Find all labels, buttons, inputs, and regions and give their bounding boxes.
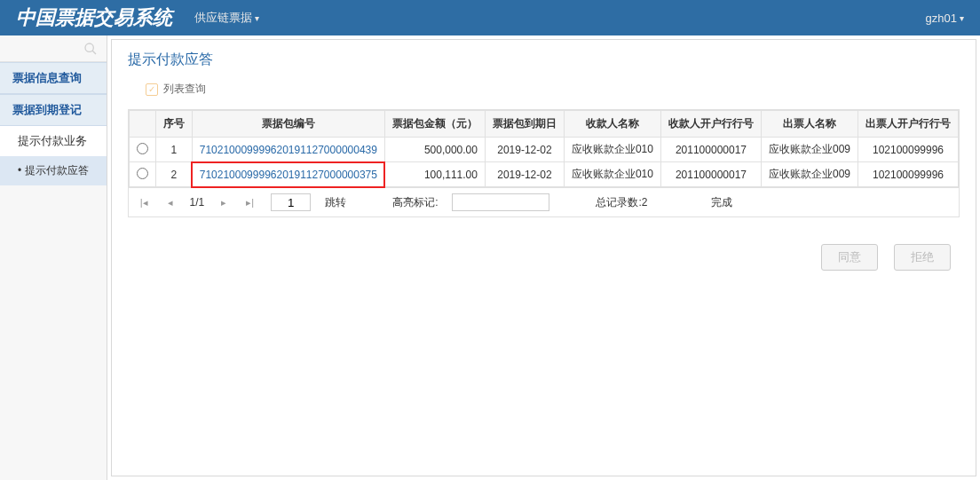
col-drawer-bank: 出票人开户行行号 <box>858 111 959 138</box>
fieldset-label: ✓ 列表查询 <box>128 82 960 97</box>
pager-status: 完成 <box>711 195 732 210</box>
col-select <box>129 111 155 138</box>
pager-prev-icon[interactable]: ◂ <box>165 197 176 209</box>
nav-block-bill-info[interactable]: 票据信息查询 <box>0 62 107 94</box>
search-icon <box>83 42 98 56</box>
col-amount: 票据包金额（元） <box>384 111 485 138</box>
nav-sub-prompt-payment-reply[interactable]: • 提示付款应答 <box>0 156 107 185</box>
chevron-down-icon: ▾ <box>255 13 259 23</box>
action-bar: 同意 拒绝 <box>128 244 960 271</box>
col-payee-bank: 收款人开户行行号 <box>660 111 761 138</box>
highlight-input[interactable] <box>452 193 549 211</box>
topbar: 中国票据交易系统 供应链票据 ▾ gzh01 ▾ <box>0 0 980 35</box>
cell-index: 1 <box>155 138 192 162</box>
svg-point-0 <box>85 43 93 51</box>
col-bill-no: 票据包编号 <box>192 111 384 138</box>
nav-sub-prompt-payment[interactable]: 提示付款业务 <box>0 126 107 156</box>
cell-payee-bank: 201100000017 <box>660 162 761 187</box>
svg-line-1 <box>92 51 96 54</box>
col-due: 票据包到期日 <box>485 111 564 138</box>
cell-index: 2 <box>155 162 192 187</box>
main-panel: 提示付款应答 ✓ 列表查询 序号 票据包编号 票据包金额（元） 票据包到期日 收… <box>111 39 976 476</box>
pager-first-icon[interactable]: |◂ <box>138 197 151 209</box>
cell-amount: 100,111.00 <box>384 162 485 187</box>
cell-due: 2019-12-02 <box>485 162 564 187</box>
cell-amount: 500,000.00 <box>384 138 485 162</box>
nav-block-bill-due[interactable]: 票据到期登记 <box>0 94 107 126</box>
page-title: 提示付款应答 <box>128 51 960 69</box>
sidebar: 票据信息查询 票据到期登记 提示付款业务 • 提示付款应答 <box>0 35 107 480</box>
cell-drawer-bank: 102100099996 <box>858 138 959 162</box>
topbar-user[interactable]: gzh01 ▾ <box>926 12 964 25</box>
pager-page: 1/1 <box>190 196 205 209</box>
pager-goto-input[interactable] <box>271 193 311 211</box>
row-radio[interactable] <box>137 168 148 179</box>
table-header-row: 序号 票据包编号 票据包金额（元） 票据包到期日 收款人名称 收款人开户行行号 … <box>129 111 958 138</box>
table-row[interactable]: 2 710210009999620191127000000375 100,111… <box>129 162 958 187</box>
col-drawer: 出票人名称 <box>761 111 858 138</box>
col-index: 序号 <box>155 111 192 138</box>
cell-drawer: 应收账款企业009 <box>761 162 858 187</box>
agree-button[interactable]: 同意 <box>821 244 878 271</box>
table-row[interactable]: 1 710210009999620191127000000439 500,000… <box>129 138 958 162</box>
cell-bill-no[interactable]: 710210009999620191127000000375 <box>192 162 384 187</box>
pager-total: 总记录数:2 <box>596 195 647 210</box>
app-title: 中国票据交易系统 <box>16 4 172 31</box>
pager-last-icon[interactable]: ▸| <box>243 197 257 209</box>
topbar-menu[interactable]: 供应链票据 ▾ <box>194 10 259 26</box>
cell-drawer: 应收账款企业009 <box>761 138 858 162</box>
row-radio[interactable] <box>137 143 148 154</box>
cell-payee: 应收账款企业010 <box>564 162 660 187</box>
cell-payee: 应收账款企业010 <box>564 138 660 162</box>
cell-payee-bank: 201100000017 <box>660 138 761 162</box>
chevron-down-icon: ▾ <box>960 13 964 23</box>
grid: 序号 票据包编号 票据包金额（元） 票据包到期日 收款人名称 收款人开户行行号 … <box>128 109 960 188</box>
sidebar-search[interactable] <box>0 35 107 62</box>
cell-bill-no[interactable]: 710210009999620191127000000439 <box>192 138 384 162</box>
check-icon: ✓ <box>146 83 158 96</box>
pager-goto-label[interactable]: 跳转 <box>325 195 346 210</box>
pager: |◂ ◂ 1/1 ▸ ▸| 跳转 高亮标记: 总记录数:2 完成 <box>128 188 960 217</box>
reject-button[interactable]: 拒绝 <box>894 244 951 271</box>
pager-next-icon[interactable]: ▸ <box>218 197 229 209</box>
highlight-label: 高亮标记: <box>392 195 438 210</box>
cell-due: 2019-12-02 <box>485 138 564 162</box>
col-payee: 收款人名称 <box>564 111 660 138</box>
cell-drawer-bank: 102100099996 <box>858 162 959 187</box>
